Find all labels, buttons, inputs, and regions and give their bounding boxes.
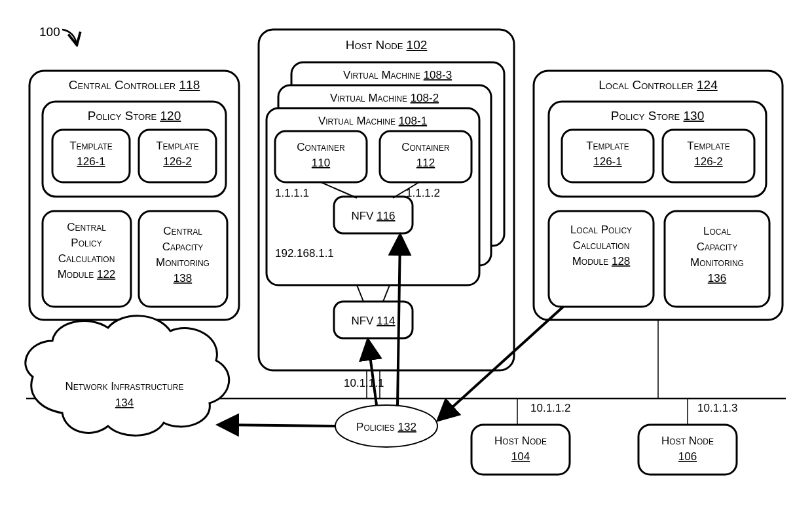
- lc-policy-calc: Local Policy Calculation Module 128: [549, 211, 654, 307]
- nfv-inner-ref: 116: [377, 210, 395, 222]
- container-b-title: Container: [401, 141, 450, 153]
- host-node-3: 10.1.1.3 Host Node 106: [638, 399, 737, 475]
- policies: Policies 132: [335, 405, 437, 447]
- svg-text:Module 122: Module 122: [58, 268, 116, 281]
- lc-template-a-title: Template: [586, 140, 629, 152]
- svg-text:Calculation: Calculation: [58, 252, 115, 265]
- svg-text:Virtual Machine
          
   : Virtual Machine 108-1: [318, 115, 427, 127]
- svg-text:Central Controller
        
  : Central Controller 118: [69, 78, 200, 92]
- cc-policy-store-ref: 120: [160, 109, 181, 123]
- host-node-main-ip: 10.1.1.1: [344, 377, 384, 389]
- cc-policy-store-title: Policy Store: [88, 109, 157, 123]
- host-node-main-title: Host Node: [346, 38, 403, 52]
- nfv-outer-title: NFV: [351, 315, 374, 327]
- network-infra-title: Network Infrastructure: [65, 380, 183, 393]
- lc-capacity-mon: Local Capacity Monitoring 136: [665, 211, 769, 307]
- network-infra-ref: 134: [115, 397, 134, 409]
- lc-policy-store-title: Policy Store: [611, 109, 680, 123]
- central-controller: Central Controller 118 Policy Store 120 …: [29, 71, 239, 320]
- central-controller-ref: 118: [179, 78, 200, 92]
- cc-template-b-ref: 126-2: [163, 155, 191, 168]
- svg-text:Virtual Machine
          
   : Virtual Machine 108-2: [330, 92, 439, 104]
- cc-capacity-mon: Central Capacity Monitoring 138: [139, 211, 227, 307]
- lc-policy-store: Policy Store 130 Template 126-1 Template…: [549, 102, 766, 197]
- host-node-2-ref: 104: [511, 450, 530, 463]
- lc-template-b: Template 126-2: [663, 130, 754, 182]
- svg-text:Policy Store
          
      : Policy Store 130: [611, 109, 705, 123]
- host-node-2: 10.1.1.2 Host Node 104: [471, 399, 570, 475]
- arrow-policies-to-cloud: [219, 425, 335, 426]
- svg-text:Host Node
        
      102: Host Node 102: [346, 38, 428, 52]
- cc-policy-store: Policy Store 120 Template 126-1 Template…: [43, 102, 226, 197]
- svg-text:Central: Central: [163, 225, 202, 237]
- lc-capacity-mon-ref: 136: [708, 272, 726, 284]
- local-controller: Local Controller 124 Policy Store 130 Te…: [534, 71, 783, 320]
- cc-policy-calc-ref: 122: [97, 268, 115, 281]
- host-node-main: Host Node 102 Virtual Machine 108-3 Virt…: [259, 29, 514, 389]
- lc-template-b-ref: 126-2: [694, 155, 722, 168]
- svg-text:Central: Central: [67, 221, 106, 233]
- local-controller-ref: 124: [697, 78, 718, 92]
- vm2-ref: 108-2: [411, 92, 439, 104]
- container-b: Container 112: [380, 131, 471, 182]
- lc-template-a-ref: 126-1: [593, 155, 621, 168]
- vm-stack: Virtual Machine 108-3 Virtual Machine 10…: [267, 62, 504, 285]
- svg-text:Monitoring: Monitoring: [156, 256, 210, 269]
- figure-ref-label: 100: [39, 25, 60, 39]
- svg-text:Local Policy: Local Policy: [570, 224, 632, 236]
- nfv-outer-ref: 114: [377, 315, 395, 327]
- cc-template-a-ref: 126-1: [77, 155, 105, 168]
- vm1-ref: 108-1: [399, 115, 427, 127]
- cc-policy-calc: Central Policy Calculation Module 122: [43, 211, 131, 307]
- container-a-ref: 110: [312, 157, 330, 169]
- architecture-diagram: 100 Central Controller 118 Policy Store …: [0, 0, 812, 508]
- cc-capacity-mon-ref: 138: [174, 272, 192, 284]
- lc-template-a: Template 126-1: [562, 130, 654, 182]
- vm-ip: 192.168.1.1: [275, 247, 334, 260]
- svg-rect-52: [471, 425, 570, 475]
- container-a: Container 110: [275, 131, 367, 182]
- svg-text:NFV
          
        114: NFV 114: [351, 315, 395, 327]
- local-controller-title: Local Controller: [599, 78, 693, 92]
- vm3-title: Virtual Machine: [343, 69, 420, 81]
- host-node-3-ip: 10.1.1.3: [697, 402, 737, 414]
- vm3-ref: 108-3: [424, 69, 452, 81]
- host-node-3-ref: 106: [678, 450, 697, 463]
- svg-text:Policy Store
          
      : Policy Store 120: [88, 109, 181, 123]
- lc-template-b-title: Template: [687, 140, 730, 152]
- svg-text:Virtual Machine
          
   : Virtual Machine 108-3: [343, 69, 452, 81]
- svg-text:Calculation: Calculation: [573, 239, 630, 252]
- cc-template-a: Template 126-1: [52, 130, 130, 182]
- svg-text:NFV
            
          116: NFV 116: [351, 210, 395, 222]
- svg-text:Module 128: Module 128: [572, 255, 631, 267]
- lc-policy-calc-ref: 128: [612, 255, 630, 267]
- host-node-2-ip: 10.1.1.2: [530, 402, 570, 414]
- container-b-ip: 1.1.1.2: [406, 187, 440, 199]
- host-node-2-title: Host Node: [494, 435, 547, 447]
- network-infrastructure: Network Infrastructure 134: [26, 316, 229, 436]
- svg-text:Local Controller
        
    : Local Controller 124: [599, 78, 718, 92]
- container-b-ref: 112: [416, 157, 435, 169]
- figure-ref: 100: [39, 25, 77, 44]
- central-controller-title: Central Controller: [69, 78, 175, 92]
- nfv-outer: NFV 114: [334, 302, 413, 338]
- lc-policy-store-ref: 130: [684, 109, 705, 123]
- host-node-main-ref: 102: [407, 38, 428, 52]
- svg-text:Policies
        
      132: Policies 132: [356, 421, 416, 433]
- cc-template-b: Template 126-2: [139, 130, 216, 182]
- svg-rect-54: [638, 425, 737, 475]
- nfv-inner-title: NFV: [351, 210, 374, 222]
- svg-text:Local: Local: [703, 225, 731, 237]
- cc-template-b-title: Template: [156, 140, 199, 152]
- container-a-title: Container: [297, 141, 345, 153]
- container-a-ip: 1.1.1.1: [275, 187, 309, 199]
- cc-template-a-title: Template: [69, 140, 113, 152]
- svg-text:Capacity: Capacity: [162, 241, 204, 253]
- policies-title: Policies: [356, 421, 395, 433]
- policies-ref: 132: [398, 421, 416, 433]
- svg-text:Capacity: Capacity: [697, 241, 738, 253]
- vm1-title: Virtual Machine: [318, 115, 396, 127]
- host-node-3-title: Host Node: [661, 435, 714, 447]
- nfv-inner: NFV 116: [334, 197, 413, 233]
- svg-text:Monitoring: Monitoring: [690, 256, 744, 269]
